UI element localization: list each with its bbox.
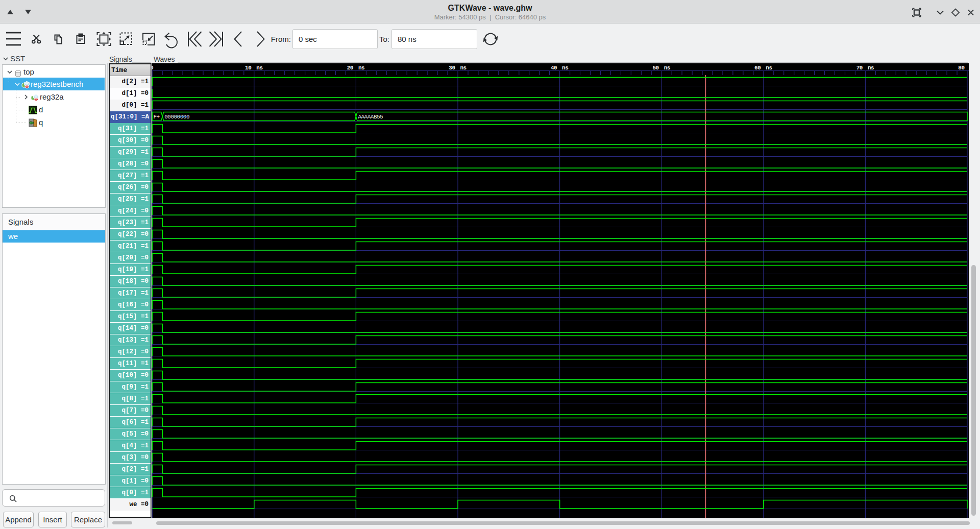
- svg-text:AAAAAB55: AAAAAB55: [358, 114, 383, 120]
- svg-text:ns: ns: [256, 65, 262, 71]
- svg-text:50: 50: [652, 65, 658, 71]
- svg-text:ns: ns: [562, 65, 568, 71]
- svg-text:30: 30: [449, 65, 455, 71]
- svg-text:70: 70: [856, 65, 863, 71]
- svg-text:ns: ns: [766, 65, 772, 71]
- svg-text:80: 80: [958, 65, 964, 71]
- svg-text:60: 60: [754, 65, 761, 71]
- svg-text:ns: ns: [358, 65, 364, 71]
- svg-text:20: 20: [347, 65, 353, 71]
- svg-text:00000000: 00000000: [164, 114, 189, 120]
- svg-text:0: 0: [152, 65, 153, 71]
- svg-text:10: 10: [245, 65, 251, 71]
- svg-text:F+: F+: [154, 114, 160, 120]
- svg-text:ns: ns: [460, 65, 467, 71]
- svg-text:ns: ns: [664, 65, 670, 71]
- svg-text:40: 40: [551, 65, 557, 71]
- svg-text:ns: ns: [868, 65, 874, 71]
